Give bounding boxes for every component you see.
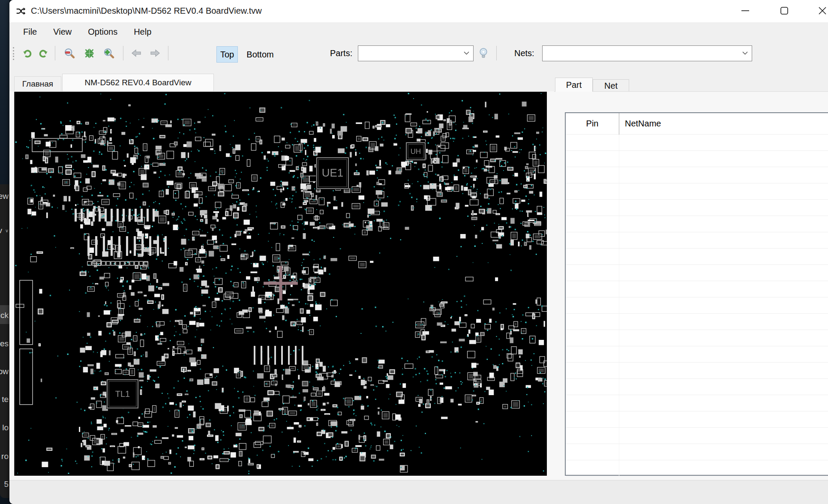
maximize-button[interactable]	[771, 0, 798, 21]
toolbar: Top Bottom Parts: Nets:	[9, 42, 828, 64]
menu-help[interactable]: Help	[134, 27, 151, 37]
tab-part[interactable]: Part	[555, 78, 593, 92]
top-side-button[interactable]: Top	[216, 46, 238, 63]
app-shuffle-icon	[15, 6, 27, 17]
pin-net-table: Pin NetName	[565, 112, 828, 476]
zoom-out-icon	[63, 47, 75, 59]
toolbar-separator	[123, 46, 123, 60]
close-icon	[818, 6, 827, 15]
background-menu-item-fragment[interactable]: ick	[0, 310, 9, 321]
document-tabstrip: Главная NM-D562 REV0.4 BoardView	[9, 64, 828, 91]
background-menu-item-fragment[interactable]: es	[0, 339, 9, 349]
background-menu-item-fragment[interactable]: ro	[1, 451, 9, 462]
chevron-down-icon: ∨	[5, 228, 9, 233]
screen: ewv∨ickesowteloro5 C:\Users\macmini\Desk…	[0, 0, 828, 504]
fit-to-window-icon	[84, 48, 95, 59]
rotate-ccw-icon	[22, 48, 33, 59]
table-row[interactable]	[566, 363, 828, 379]
background-window-bottom	[0, 498, 9, 504]
table-row[interactable]	[566, 135, 828, 151]
board-canvas[interactable]	[14, 92, 547, 476]
background-window-strip: ewv∨ickesowteloro5	[0, 0, 9, 504]
background-window-top	[0, 0, 9, 184]
menubar: File View Options Help	[9, 22, 828, 42]
back-arrow-icon	[130, 48, 143, 58]
tab-net[interactable]: Net	[593, 79, 629, 92]
table-row[interactable]	[566, 297, 828, 314]
menu-file[interactable]: File	[23, 27, 37, 37]
parts-label: Parts:	[330, 48, 352, 58]
statusbar	[9, 480, 828, 504]
rotate-cw-icon	[37, 48, 49, 59]
boardview-app-window: C:\Users\macmini\Desktop\NM-D562 REV0.4 …	[9, 0, 828, 504]
window-title: C:\Users\macmini\Desktop\NM-D562 REV0.4 …	[31, 6, 262, 16]
table-row[interactable]	[566, 265, 828, 281]
back-button[interactable]	[129, 46, 144, 60]
tab-boardview[interactable]: NM-D562 REV0.4 BoardView	[62, 74, 214, 91]
rotate-cw-button[interactable]	[36, 46, 50, 60]
table-row[interactable]	[566, 249, 828, 265]
table-row[interactable]	[566, 314, 828, 330]
table-row[interactable]	[566, 346, 828, 363]
table-row[interactable]	[566, 183, 828, 200]
table-row[interactable]	[566, 444, 828, 460]
toolbar-grip[interactable]	[13, 47, 15, 60]
minimize-icon	[741, 6, 750, 15]
highlight-bulb-button[interactable]	[477, 46, 490, 60]
table-row[interactable]	[566, 330, 828, 346]
background-menu-item-fragment[interactable]: 5	[4, 479, 9, 489]
background-context-menu: ewv∨ickesowteloro5	[0, 184, 9, 498]
chevron-down-icon	[464, 51, 469, 55]
fit-to-window-button[interactable]	[82, 46, 96, 60]
table-row[interactable]	[566, 428, 828, 444]
right-panel-tab-divider	[554, 91, 828, 92]
table-row[interactable]	[566, 411, 828, 428]
background-menu-item-fragment[interactable]: lo	[2, 423, 9, 433]
minimize-button[interactable]	[732, 0, 759, 21]
table-row[interactable]	[566, 460, 828, 477]
bottom-side-button[interactable]: Bottom	[239, 46, 282, 63]
table-header-row: Pin NetName	[566, 113, 828, 135]
table-row[interactable]	[566, 167, 828, 183]
table-row[interactable]	[566, 216, 828, 232]
background-menu-item-fragment[interactable]: v∨	[0, 225, 9, 236]
toolbar-separator	[55, 46, 55, 60]
menu-options[interactable]: Options	[88, 27, 117, 37]
table-row[interactable]	[566, 379, 828, 395]
column-header-pin[interactable]: Pin	[566, 113, 619, 134]
menu-view[interactable]: View	[53, 27, 72, 37]
nets-combobox[interactable]	[542, 45, 752, 61]
toolbar-separator	[496, 46, 497, 60]
tab-glavnaya[interactable]: Главная	[14, 76, 61, 91]
rotate-ccw-button[interactable]	[21, 46, 34, 60]
table-row[interactable]	[566, 200, 828, 216]
zoom-in-button[interactable]	[102, 46, 116, 60]
table-row[interactable]	[566, 281, 828, 297]
forward-arrow-icon	[149, 48, 162, 58]
close-button[interactable]	[809, 0, 828, 21]
table-row[interactable]	[566, 232, 828, 249]
column-header-netname[interactable]: NetName	[625, 113, 661, 134]
zoom-out-button[interactable]	[63, 46, 76, 60]
background-menu-item-fragment[interactable]: ew	[0, 191, 9, 201]
zoom-in-icon	[103, 47, 115, 59]
nets-label: Nets:	[514, 48, 534, 58]
maximize-icon	[780, 6, 789, 15]
table-row[interactable]	[566, 395, 828, 411]
forward-button[interactable]	[147, 46, 163, 60]
titlebar: C:\Users\macmini\Desktop\NM-D562 REV0.4 …	[9, 0, 828, 22]
chevron-down-icon	[742, 51, 748, 55]
parts-combobox[interactable]	[358, 45, 474, 61]
column-divider[interactable]	[619, 113, 619, 135]
background-menu-item-fragment[interactable]: te	[2, 394, 9, 405]
toolbar-separator	[168, 46, 168, 60]
lightbulb-icon	[478, 47, 489, 59]
background-menu-item-fragment[interactable]: ow	[0, 366, 9, 377]
table-row[interactable]	[566, 151, 828, 167]
